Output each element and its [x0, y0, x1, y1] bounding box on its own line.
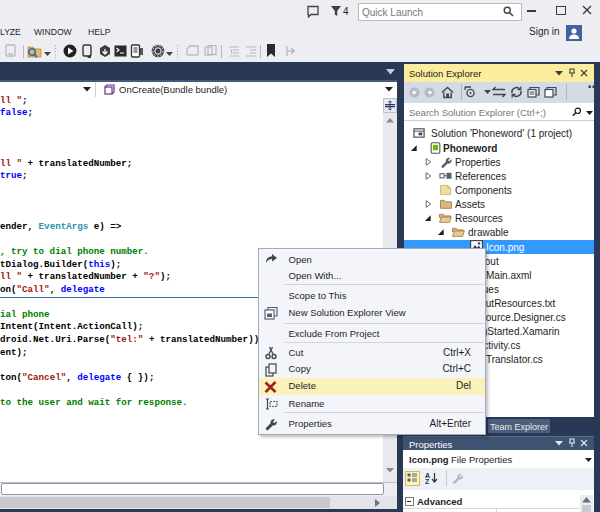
- svg-text:Z: Z: [425, 478, 430, 484]
